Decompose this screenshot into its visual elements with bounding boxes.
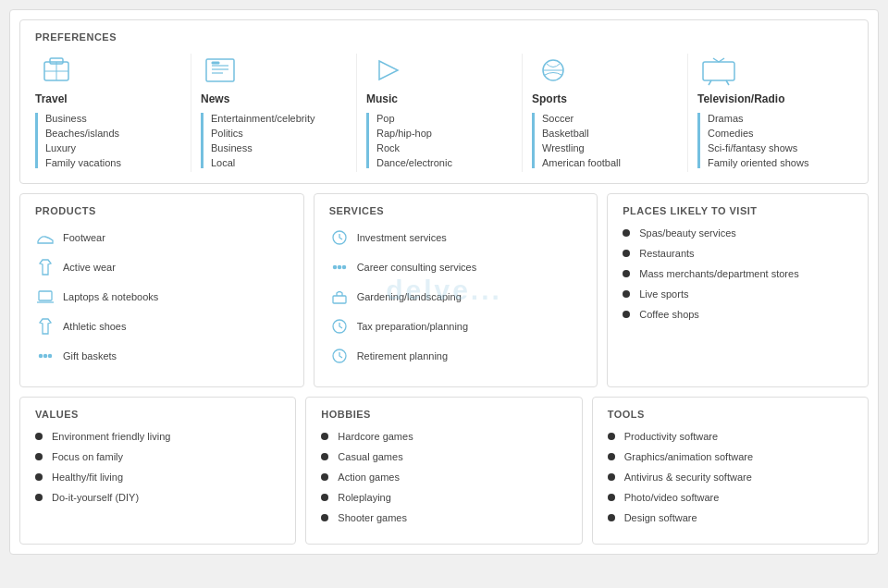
products-item-0: Footwear — [35, 227, 289, 248]
tv-icon — [697, 54, 742, 87]
pref-col-music: Music Pop Rap/hip-hop Rock Dance/electro… — [357, 54, 523, 172]
services-item-0: Investment services — [329, 227, 583, 248]
list-item: Hardcore games — [321, 431, 566, 442]
bullet-dot — [321, 453, 328, 460]
services-item-2: Gardening/landscaping — [329, 287, 583, 307]
services-item-text-4: Retirement planning — [357, 350, 448, 361]
list-item: Casual games — [321, 451, 566, 462]
preferences-title: PREFERENCES — [35, 31, 853, 43]
places-title: PLACES LIKELY TO VISIT — [623, 205, 853, 216]
bullet-dot — [35, 494, 43, 501]
tools-list: Productivity software Graphics/animation… — [608, 431, 853, 523]
svg-rect-4 — [206, 59, 234, 81]
hobbies-title: HOBBIES — [321, 409, 566, 420]
bullet-dot — [35, 433, 43, 440]
list-item: Business — [211, 142, 347, 153]
laptop-icon — [35, 287, 56, 307]
products-item-text-1: Active wear — [63, 262, 116, 273]
list-item: Focus on family — [35, 451, 280, 462]
bullet-dot — [608, 473, 615, 481]
places-list: Spas/beauty services Restaurants Mass me… — [623, 227, 853, 320]
values-card: VALUES Environment friendly living Focus… — [19, 397, 296, 545]
list-item: Productivity software — [608, 431, 853, 442]
sports-icon — [532, 54, 576, 87]
list-item: American football — [542, 157, 678, 168]
products-item-4: Gift baskets — [35, 346, 289, 366]
list-item: Luxury — [45, 142, 181, 153]
activewear-icon — [35, 257, 56, 277]
svg-point-20 — [44, 355, 47, 358]
values-list: Environment friendly living Focus on fam… — [35, 431, 280, 503]
products-item-text-0: Footwear — [63, 232, 105, 243]
list-item: Local — [211, 157, 347, 168]
svg-point-24 — [338, 266, 340, 269]
list-item: Entertainment/celebrity — [211, 113, 347, 124]
services-card: SERVICES Investment services Career cons… — [314, 193, 598, 387]
list-item: Action games — [321, 472, 566, 483]
svg-marker-9 — [379, 61, 398, 80]
list-item: Graphics/animation software — [608, 451, 853, 462]
bullet-dot — [623, 311, 630, 318]
footwear-icon — [35, 227, 56, 248]
svg-point-25 — [342, 266, 345, 269]
bullet-dot — [321, 494, 328, 501]
services-item-text-2: Gardening/landscaping — [357, 291, 462, 302]
products-item-3: Athletic shoes — [35, 316, 289, 337]
pref-col-news: News Entertainment/celebrity Politics Bu… — [191, 54, 357, 172]
list-item: Family vacations — [45, 157, 181, 168]
list-item: Shooter games — [321, 512, 566, 523]
services-item-text-3: Tax preparation/planning — [357, 321, 468, 332]
products-item-text-4: Gift baskets — [63, 350, 117, 361]
athletic-shoes-icon — [35, 316, 56, 337]
travel-icon — [35, 54, 80, 87]
main-container: PREFERENCES Travel Business Beaches/is — [9, 9, 879, 555]
list-item: Dramas — [708, 113, 844, 124]
list-item: Roleplaying — [321, 492, 566, 503]
bullet-dot — [35, 453, 43, 460]
career-consulting-icon — [329, 257, 350, 277]
list-item: Healthy/fit living — [35, 472, 280, 483]
bullet-dot — [35, 473, 43, 481]
list-item: Restaurants — [623, 248, 853, 259]
bullet-dot — [608, 514, 615, 521]
list-item: Mass merchants/department stores — [623, 268, 853, 279]
bullet-dot — [608, 433, 615, 440]
music-icon — [366, 54, 411, 87]
list-item: Soccer — [542, 113, 678, 124]
list-item: Business — [45, 113, 181, 124]
list-item: Family oriented shows — [708, 157, 844, 168]
pref-news-items: Entertainment/celebrity Politics Busines… — [201, 113, 347, 168]
bullet-dot — [321, 514, 328, 521]
pref-music-items: Pop Rap/hip-hop Rock Dance/electronic — [366, 113, 512, 168]
hobbies-card: HOBBIES Hardcore games Casual games Acti… — [305, 397, 582, 545]
svg-rect-12 — [703, 62, 734, 80]
products-item-text-3: Athletic shoes — [63, 321, 126, 332]
list-item: Rock — [376, 142, 512, 153]
bullet-dot — [321, 473, 328, 481]
list-item: Basketball — [542, 128, 678, 139]
svg-point-21 — [49, 355, 52, 358]
bullet-dot — [623, 290, 630, 298]
pref-col-travel: Travel Business Beaches/islands Luxury F… — [35, 54, 191, 172]
products-item-2: Laptops & notebooks — [35, 287, 289, 307]
pref-sports-title: Sports — [532, 92, 678, 105]
svg-rect-26 — [333, 296, 346, 303]
places-card: PLACES LIKELY TO VISIT Spas/beauty servi… — [607, 193, 869, 387]
services-item-3: Tax preparation/planning — [329, 316, 583, 337]
list-item: Comedies — [708, 128, 844, 139]
gift-baskets-icon — [35, 346, 56, 366]
svg-point-19 — [40, 355, 43, 358]
bullet-dot — [321, 433, 328, 440]
gardening-icon — [329, 287, 350, 307]
svg-rect-17 — [39, 291, 52, 300]
pref-col-tv: Television/Radio Dramas Comedies Sci-fi/… — [688, 54, 853, 172]
list-item: Spas/beauty services — [623, 227, 853, 239]
pref-col-sports: Sports Soccer Basketball Wrestling Ameri… — [523, 54, 688, 172]
list-item: Beaches/islands — [45, 128, 181, 139]
investment-icon — [329, 227, 350, 248]
pref-music-title: Music — [366, 92, 512, 105]
list-item: Photo/video software — [608, 492, 853, 503]
list-item: Dance/electronic — [376, 157, 512, 168]
list-item: Politics — [211, 128, 347, 139]
bullet-dot — [623, 229, 630, 237]
